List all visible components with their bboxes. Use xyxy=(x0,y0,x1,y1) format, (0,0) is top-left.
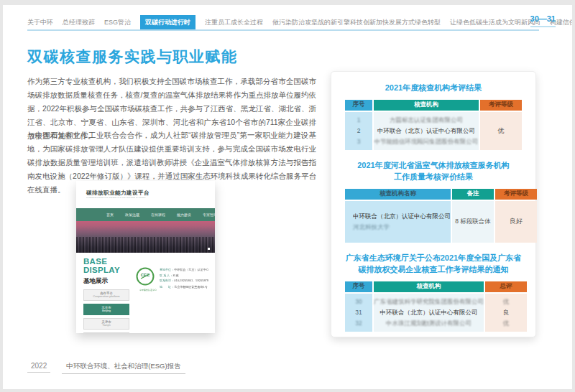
region-tab-tianjin: 天津市 Tianjin xyxy=(83,318,129,330)
table2: 核查机构名称 备注 考评等级 中环联合（北京）认证中心有限公司 河北科技大学 8… xyxy=(345,189,522,243)
region-tab-beijing-active: 北京市 Beijing xyxy=(83,304,129,315)
site-nav-courses: 在线课程 xyxy=(151,213,165,217)
website-header: 碳排放职业能力建设平台 CARBON EMISSION MANAGEMENT C… xyxy=(76,181,215,208)
table1-header-grade: 考评等级 xyxy=(480,100,522,111)
base-contact-info: 基地单位：中环联合（北京）认证中心… 联 系 人：石威 联系电话：010-592… xyxy=(160,267,209,333)
nav-item-about[interactable]: 关于中环 xyxy=(27,18,53,27)
section-title: 双碳核查服务实践与职业赋能 xyxy=(27,47,238,67)
top-navigation: 关于中环 总经理致辞 ESG管治 双碳行动进行时 注重员工成长全过程 做污染防治… xyxy=(27,15,539,30)
page-footer: 2022 中环联合环境、社会和治理(ESG)报告 xyxy=(27,362,185,374)
table2-note-cell: 8 标段联合体 xyxy=(452,201,494,243)
base-display-column: BASE DISPLAY 基地展示 合作平台 Cooperation platf… xyxy=(83,257,129,333)
table1: 序号 核查机构 考评等级 1 2 3 方圆标志认证集团有限公司 中环联合（北京）… xyxy=(345,100,522,150)
table1-header-serial: 序号 xyxy=(345,100,372,111)
table1-header-org: 核查机构 xyxy=(374,100,479,111)
carousel-dot xyxy=(208,248,210,250)
table3-serial-cell: 30 31 32 xyxy=(345,294,372,332)
table3: 序号 核查机构 总评 30 31 32 广东省建筑科学研究院集团股份有限公司 中… xyxy=(345,281,522,332)
table1-grade-cell: 优 xyxy=(480,112,522,150)
table1-serial-cell: 1 2 3 xyxy=(345,112,372,150)
nav-underline xyxy=(27,29,539,31)
website-screenshot: 碳排放职业能力建设平台 CARBON EMISSION MANAGEMENT C… xyxy=(76,181,215,333)
contact-unit: 基地单位：中环联合（北京）认证中心… xyxy=(160,267,208,273)
nav-item-esg-governance[interactable]: ESG管治 xyxy=(104,18,131,27)
website-navbar: 首页 政策法规 在线课程 能力建设 专家智库 xyxy=(76,208,215,221)
table2-grade-cell: 良好 xyxy=(495,201,537,243)
table3-header-serial: 序号 xyxy=(345,281,372,292)
nav-item-employee-growth[interactable]: 注重员工成长全过程 xyxy=(205,18,263,27)
nav-group-left: 关于中环 总经理致辞 ESG管治 双碳行动进行时 注重员工成长全过程 做污染防治… xyxy=(27,15,350,30)
nav-item-ceo-message[interactable]: 总经理致辞 xyxy=(63,18,95,27)
report-page: 关于中环 总经理致辞 ESG管治 双碳行动进行时 注重员工成长全过程 做污染防治… xyxy=(3,5,572,389)
badge-label: 中环联合认证中心 xyxy=(139,289,151,292)
table1-title: 2021年度核查机构考评结果 xyxy=(345,83,522,94)
region-tab-hebei: 河北省 Hebei xyxy=(83,332,129,333)
region-tab-cooperation: 合作平台 Cooperation platform xyxy=(83,289,129,301)
table3-org-cell: 广东省建筑科学研究院集团股份有限公司 中环联合（北京）认证中心有限公司 中水珠江… xyxy=(374,294,484,332)
site-nav-capacity: 能力建设 xyxy=(177,213,191,217)
table3-title: 广东省生态环境厅关于公布2021年度全国及广东省 碳排放权交易企业核查工作考评结… xyxy=(345,253,522,276)
nav-item-green-lifestyle[interactable]: 让绿色低碳生活成为文明新风尚 xyxy=(450,18,540,27)
table2-header-note: 备注 xyxy=(452,189,494,200)
platform-brand: 碳排放职业能力建设平台 CARBON EMISSION MANAGEMENT C… xyxy=(86,190,215,200)
table3-grade-cell: 优 良 优 xyxy=(485,294,527,332)
site-nav-experts: 专家智库 xyxy=(203,213,215,217)
nav-item-pollution-control[interactable]: 做污染防治攻坚战的新引擎 xyxy=(272,18,350,27)
nav-item-tech-innovation[interactable]: 科技创新加快发展方式绿色转型 xyxy=(350,18,441,27)
table2-header-grade: 考评等级 xyxy=(495,189,537,200)
website-content: BASE DISPLAY 基地展示 合作平台 Cooperation platf… xyxy=(76,253,215,333)
footer-year: 2022 xyxy=(27,362,50,373)
footer-report-title: 中环联合环境、社会和治理(ESG)报告 xyxy=(62,362,185,374)
table2-title: 2021年度河北省温室气体排放核查服务机构 工作质量考核评价结果 xyxy=(345,160,522,183)
svg-text:CEC: CEC xyxy=(141,273,150,277)
base-display-heading-zh: 基地展示 xyxy=(83,277,129,286)
site-nav-policy: 政策法规 xyxy=(125,213,139,217)
contact-phone: 联系电话：010-59205801、59205879 xyxy=(160,279,208,284)
table2-org-cell: 中环联合（北京）认证中心有限公司 河北科技大学 xyxy=(345,201,451,243)
page-number: 30—31 xyxy=(530,14,556,27)
platform-brand-title: 碳排放职业能力建设平台 xyxy=(86,190,215,197)
table3-header-grade: 总评 xyxy=(485,281,527,292)
nav-item-dual-carbon-active[interactable]: 双碳行动进行时 xyxy=(140,15,196,30)
table2-header-org: 核查机构名称 xyxy=(345,189,451,200)
certification-badge: CEC 中环联合认证中心 xyxy=(134,267,157,333)
contact-person: 联 系 人：石威 xyxy=(160,273,208,279)
table1-org-cell: 方圆标志认证集团有限公司 中环联合（北京）认证中心有限公司 中节能皓信环境顾问集… xyxy=(374,112,479,150)
table3-header-org: 核查机构 xyxy=(374,281,484,292)
base-display-heading-en: BASE DISPLAY xyxy=(83,257,129,275)
results-panel: 2021年度核查机构考评结果 序号 核查机构 考评等级 1 2 3 方圆标志认证… xyxy=(331,71,536,337)
region-tab-list: 合作平台 Cooperation platform 北京市 Beijing 天津… xyxy=(83,289,129,333)
cec-emblem-icon: CEC xyxy=(136,267,155,286)
platform-brand-subtitle: CARBON EMISSION MANAGEMENT CAPACITY BUIL… xyxy=(86,197,145,198)
city-skyline-photo xyxy=(76,221,215,253)
site-nav-home: 首页 xyxy=(106,213,114,217)
contact-address: 地 址：北京市朝阳区育慧南路1号 xyxy=(160,284,208,290)
